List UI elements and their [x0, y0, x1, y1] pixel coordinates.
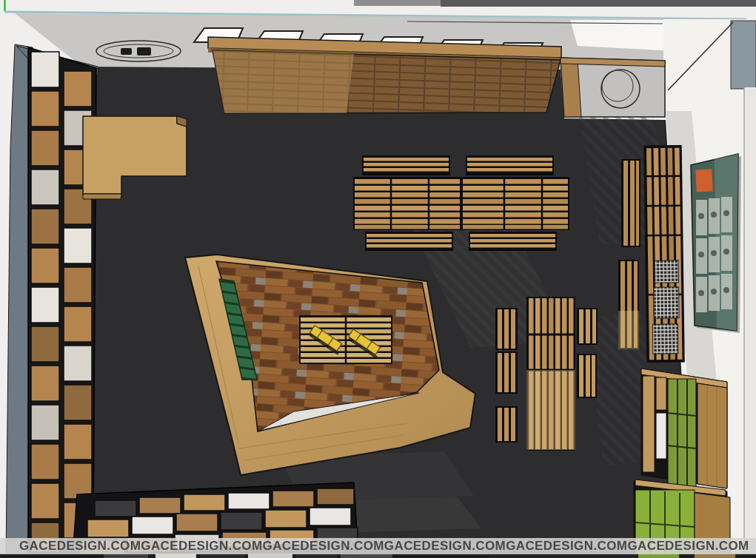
watermark-text: GACEDESIGN.COM — [384, 539, 506, 554]
slatted-wood-canopy — [208, 37, 561, 113]
slat-table-long — [353, 177, 569, 230]
locker-doors-upper — [668, 379, 696, 487]
slat-bench — [466, 155, 554, 175]
render-canvas: GACEDESIGN.COM GACEDESIGN.COM GACEDESIGN… — [0, 0, 756, 558]
top-edge-strips — [354, 0, 756, 7]
wire-basket — [655, 260, 678, 283]
slat-bench — [362, 155, 450, 175]
poster-orange-block — [695, 169, 713, 192]
watermark-text: GACEDESIGN.COM — [19, 539, 141, 554]
slat-display-unit — [644, 146, 684, 363]
wall-poster — [691, 154, 741, 333]
right-edge-strip — [744, 87, 756, 558]
ceiling-unit-with-fan — [561, 58, 665, 117]
watermark-bar: GACEDESIGN.COM GACEDESIGN.COM GACEDESIGN… — [0, 538, 756, 554]
watermark-text: GACEDESIGN.COM — [627, 539, 749, 554]
interior-render — [0, 0, 756, 558]
locker-side-wood — [698, 383, 727, 488]
watermark-text: GACEDESIGN.COM — [263, 539, 384, 554]
watermark-text: GACEDESIGN.COM — [506, 539, 627, 554]
slat-table-long-vertical — [526, 297, 575, 451]
slat-bench — [469, 232, 557, 251]
wire-basket — [654, 287, 680, 318]
right-wall-top-panel — [731, 21, 756, 89]
green-locker-cabinets — [634, 369, 730, 558]
wire-basket — [652, 324, 678, 354]
platform-slat-mat — [299, 315, 392, 364]
spotlight-icon — [121, 48, 132, 55]
watermark-text: GACEDESIGN.COM — [141, 539, 262, 554]
spotlight-icon — [137, 47, 151, 56]
slat-bench — [365, 232, 453, 251]
